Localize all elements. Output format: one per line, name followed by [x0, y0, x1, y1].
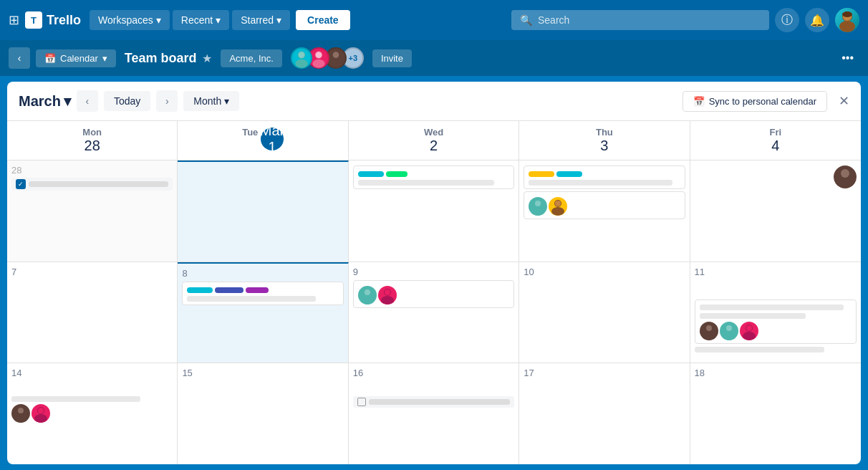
week-2: 7 8 9: [7, 262, 861, 364]
board-bar: ‹ 📅 Calendar ▾ Team board ★ Acme, Inc.: [0, 40, 868, 76]
avatars-row-mon14: [11, 404, 173, 423]
month-label: March: [19, 93, 61, 110]
cell-mar15[interactable]: 15: [178, 363, 348, 464]
tag-yellow: [529, 171, 554, 177]
card-placeholder: [529, 180, 672, 186]
tag-blue: [215, 287, 243, 293]
prev-month-button[interactable]: ‹: [77, 90, 98, 112]
svg-point-42: [38, 408, 44, 413]
cell-mar11[interactable]: 11: [690, 262, 861, 363]
svg-point-35: [743, 332, 756, 340]
workspaces-menu[interactable]: Workspaces ▾: [90, 10, 170, 30]
trello-logo[interactable]: T Trello: [25, 11, 81, 29]
svg-point-14: [531, 207, 544, 216]
card-item-wed16[interactable]: [353, 396, 514, 408]
cell-mar16[interactable]: 16: [349, 363, 519, 464]
close-calendar-button[interactable]: ✕: [839, 93, 849, 109]
cell-mar10[interactable]: 10: [519, 262, 690, 363]
card-block-tue8[interactable]: [182, 282, 343, 305]
recent-menu[interactable]: Recent ▾: [173, 10, 229, 30]
star-board-button[interactable]: ★: [202, 52, 212, 65]
svg-point-3: [842, 11, 852, 17]
card-placeholder: [11, 396, 140, 402]
mini-avatar-mon14-1: [11, 404, 30, 423]
tag-row: [187, 287, 338, 293]
mini-avatar-teal9: [358, 286, 377, 304]
mini-avatar-pink9: [378, 286, 397, 304]
tag-row: [529, 171, 680, 177]
calendar-grid: Mon 28 Tue Mar 1 Wed 2 Thu 3 Fri 4: [7, 121, 861, 464]
search-input[interactable]: [538, 14, 761, 26]
card-item[interactable]: ✓: [11, 178, 173, 191]
mini-avatar-fri11-2: [720, 322, 738, 340]
svg-point-32: [723, 332, 736, 340]
calendar-view-button[interactable]: 📅 Calendar ▾: [36, 49, 116, 67]
members-group: +3: [291, 47, 364, 69]
info-button[interactable]: ⓘ: [775, 8, 799, 32]
month-selector[interactable]: March ▾: [19, 92, 71, 110]
calendar-header: March ▾ ‹ Today › Month ▾ 📅 Sync to pers…: [7, 82, 861, 121]
cell-mar1[interactable]: [178, 160, 348, 262]
tag-cyan2: [556, 171, 582, 177]
cell-mar2[interactable]: [349, 160, 519, 262]
card-block-thu3-2[interactable]: [524, 191, 685, 219]
cell-mar8[interactable]: 8: [178, 262, 348, 363]
avatars-row-fri4: [695, 166, 857, 188]
card-block-wed9[interactable]: [353, 280, 514, 308]
invite-button[interactable]: Invite: [372, 49, 412, 67]
chevron-down-icon: ▾: [216, 14, 221, 26]
cell-mar3[interactable]: [519, 160, 690, 262]
avatars-row-fri11: [700, 322, 852, 340]
svg-point-38: [14, 414, 27, 423]
more-options-button[interactable]: •••: [836, 48, 859, 68]
sync-calendar-button[interactable]: 📅 Sync to personal calendar: [683, 91, 827, 112]
svg-point-36: [746, 325, 752, 331]
cell-mar9[interactable]: 9: [349, 262, 519, 363]
starred-menu[interactable]: Starred ▾: [232, 10, 290, 30]
cell-mar14[interactable]: 14: [7, 363, 178, 464]
svg-point-1: [839, 21, 855, 32]
chevron-down-icon: ▾: [156, 14, 161, 26]
svg-point-33: [726, 325, 732, 331]
trello-logo-icon: T: [25, 11, 42, 29]
card-block-thu3-1[interactable]: [524, 166, 685, 189]
svg-point-23: [361, 296, 374, 304]
chevron-down-icon: ▾: [276, 14, 281, 26]
card-placeholder3: [695, 347, 824, 352]
notification-bell-button[interactable]: 🔔: [805, 8, 829, 32]
svg-point-24: [365, 289, 370, 295]
cell-mar4[interactable]: [690, 160, 861, 262]
cell-mar18[interactable]: 18: [690, 363, 861, 464]
cell-mar17[interactable]: 17: [519, 363, 690, 464]
card-block-fri11[interactable]: [695, 299, 857, 344]
mini-avatar-2: [549, 197, 567, 216]
card-text: [29, 181, 168, 187]
card-placeholder: [700, 304, 844, 310]
cell-mar7[interactable]: 7: [7, 262, 178, 363]
month-view-button[interactable]: Month ▾: [183, 91, 239, 111]
grid-icon[interactable]: ⊞: [9, 12, 19, 28]
chevron-down-icon: ▾: [64, 92, 71, 110]
mini-avatar-fri11-3: [740, 322, 758, 340]
member-avatar-1[interactable]: [291, 47, 312, 69]
workspace-button[interactable]: Acme, Inc.: [221, 49, 281, 67]
card-placeholder: [187, 296, 316, 302]
card-block-wed2[interactable]: [353, 166, 514, 189]
board-title: Team board: [125, 51, 197, 66]
search-bar[interactable]: 🔍: [511, 10, 769, 30]
next-month-button[interactable]: ›: [156, 90, 178, 112]
svg-point-17: [551, 207, 564, 216]
svg-point-15: [535, 201, 541, 206]
svg-point-18: [555, 201, 561, 206]
day-header-tue: Tue Mar 1: [178, 121, 348, 160]
cell-feb28[interactable]: 28 ✓: [7, 160, 178, 262]
create-button[interactable]: Create: [296, 10, 350, 30]
user-avatar-nav[interactable]: [835, 8, 859, 32]
checkbox-icon: ✓: [16, 179, 26, 189]
svg-point-27: [385, 289, 390, 295]
sidebar-toggle-button[interactable]: ‹: [9, 47, 30, 69]
svg-point-12: [333, 52, 339, 58]
today-button[interactable]: Today: [104, 91, 150, 111]
svg-point-29: [703, 332, 715, 340]
avatars-row: [529, 197, 680, 216]
